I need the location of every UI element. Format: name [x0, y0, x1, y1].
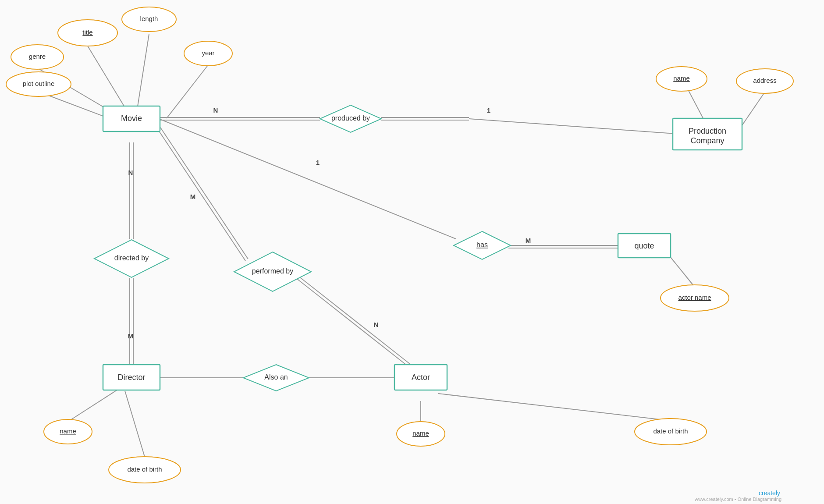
pc-name-attr-label: name	[673, 75, 690, 82]
performed-by-label: performed by	[252, 267, 293, 275]
card-1: 1	[487, 106, 490, 114]
actor-name2-attr-label: name	[412, 429, 429, 437]
card-m2: M	[190, 193, 196, 200]
pc-address-attr-label: address	[753, 77, 776, 84]
produced-by-label: produced by	[331, 114, 370, 122]
card-n2: N	[128, 169, 133, 176]
also-an-label: Also an	[264, 373, 288, 381]
plot-outline-attr-label: plot outline	[23, 80, 55, 87]
card-m1: M	[128, 332, 134, 340]
actor-label: Actor	[412, 373, 430, 382]
production-company-label: Production	[689, 127, 726, 135]
creately-url: www.creately.com • Online Diagramming	[694, 497, 781, 502]
title-attr-label: title	[82, 28, 92, 36]
director-label: Director	[117, 373, 145, 382]
quote-label: quote	[634, 241, 654, 250]
card-m3: M	[526, 237, 531, 244]
year-attr-label: year	[202, 49, 214, 57]
directed-by-label: directed by	[114, 254, 149, 262]
creately-logo: creately	[759, 490, 780, 497]
movie-label: Movie	[121, 114, 142, 123]
director-dob-attr-label: date of birth	[127, 465, 162, 473]
has-label: has	[476, 241, 488, 248]
production-company-label2: Company	[690, 136, 724, 145]
card-n1: N	[213, 106, 218, 114]
genre-attr-label: genre	[29, 53, 46, 60]
length-attr-label: length	[140, 15, 158, 22]
card-n3: N	[374, 321, 379, 328]
card-1b: 1	[316, 159, 320, 166]
actor-dob-attr-label: date of birth	[653, 427, 688, 435]
director-name-attr-label: name	[60, 427, 76, 435]
actor-name-attr-label: actor name	[678, 294, 711, 301]
